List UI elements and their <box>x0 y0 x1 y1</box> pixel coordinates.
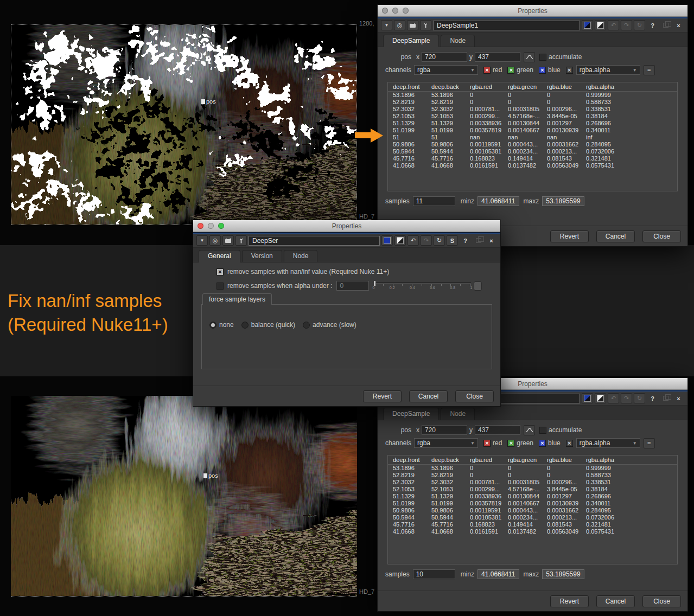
node-graph-icon[interactable] <box>222 235 234 246</box>
deep-samples-table[interactable]: deep.frontdeep.back rgba.redrgba.green r… <box>387 82 678 191</box>
table-row[interactable]: 52.821952.82190000.588733 <box>388 472 677 479</box>
alpha-under-slider[interactable]: 00.2 0.40.6 0.81 <box>373 280 471 291</box>
node-graph-icon[interactable] <box>407 20 418 30</box>
table-row[interactable]: 52.303252.30320.000781...0.000318050.000… <box>388 479 677 486</box>
samples-input[interactable] <box>413 196 455 206</box>
samples-input[interactable] <box>413 569 455 579</box>
cancel-button[interactable]: Cancel <box>596 230 635 242</box>
table-row[interactable]: 51.019951.01990.003578190.001406670.0013… <box>388 500 677 507</box>
minimize-traffic-light[interactable] <box>208 223 214 229</box>
tab-version[interactable]: Version <box>242 250 282 262</box>
dropdown-arrow-button[interactable]: ▼ <box>196 235 208 246</box>
window-titlebar[interactable]: Properties <box>378 5 687 17</box>
tab-node[interactable]: Node <box>284 250 318 262</box>
snapshot-button[interactable]: S <box>447 235 458 246</box>
tab-general[interactable]: General <box>199 250 240 262</box>
pos-y-input[interactable] <box>475 52 520 62</box>
table-row[interactable]: 41.066841.06680.01615910.01374820.005630… <box>388 162 677 169</box>
table-row[interactable]: 41.066841.06680.01615910.01374820.005630… <box>388 528 677 535</box>
blue-channel-checkbox[interactable]: × <box>539 440 546 447</box>
wrench-icon[interactable] <box>235 235 247 246</box>
table-row[interactable]: 50.980650.98060.001195910.000443...0.000… <box>388 507 677 514</box>
revert-arrow-button[interactable]: ↻ <box>634 393 645 403</box>
table-row[interactable]: 51.132951.13290.003389360.001308440.0012… <box>388 493 677 500</box>
pos-x-input[interactable] <box>422 425 467 435</box>
node-name-input[interactable] <box>433 21 580 30</box>
channels-dropdown[interactable]: rgba▼ <box>414 438 478 448</box>
table-row[interactable]: 50.980650.98060.001195910.000443...0.000… <box>388 141 677 148</box>
postage-swatch-icon[interactable] <box>394 235 406 246</box>
layer-swatch-icon[interactable] <box>381 235 393 246</box>
center-node-button[interactable]: ◎ <box>394 20 405 30</box>
node-name-input[interactable] <box>249 236 380 246</box>
pos-y-input[interactable] <box>475 425 520 435</box>
undo-button[interactable]: ↶ <box>608 20 619 30</box>
alpha-channel-checkbox[interactable]: × <box>566 440 573 447</box>
table-row[interactable]: 51.132951.13290.003389360.001308440.0012… <box>388 120 677 127</box>
alpha-channel-dropdown[interactable]: rgba.alpha▼ <box>576 65 640 75</box>
table-row[interactable]: 52.821952.82190000.588733 <box>388 99 677 106</box>
alpha-channel-checkbox[interactable]: × <box>566 67 573 74</box>
revert-arrow-button[interactable]: ↻ <box>634 20 645 30</box>
float-window-button[interactable] <box>660 20 671 30</box>
table-row[interactable]: 53.189653.18960000.999999 <box>388 92 677 99</box>
table-row[interactable]: 45.771645.77160.1688230.1494140.0815430.… <box>388 155 677 162</box>
table-row[interactable]: 52.105352.10530.000299...4.57168e-...3.8… <box>388 113 677 120</box>
viewer-image-bottom[interactable]: pos <box>11 396 357 596</box>
table-row[interactable]: 52.105352.10530.000299...4.57168e-...3.8… <box>388 486 677 493</box>
curve-icon[interactable] <box>524 52 535 62</box>
panel-close-button[interactable]: × <box>673 20 684 30</box>
revert-button[interactable]: Revert <box>550 595 589 607</box>
dropdown-arrow-button[interactable]: ▼ <box>381 20 392 30</box>
float-window-button[interactable] <box>660 393 671 403</box>
zoom-traffic-light[interactable] <box>218 223 224 229</box>
panel-close-button[interactable]: × <box>486 235 497 246</box>
help-button[interactable]: ? <box>460 235 471 246</box>
deep-samples-table[interactable]: deep.frontdeep.back rgba.redrgba.green r… <box>387 455 678 564</box>
table-row[interactable]: 53.189653.18960000.999999 <box>388 465 677 472</box>
undo-button[interactable]: ↶ <box>408 235 419 246</box>
center-node-button[interactable]: ◎ <box>209 235 221 246</box>
table-row[interactable]: 45.771645.77160.1688230.1494140.0815430.… <box>388 521 677 528</box>
layer-swatch-icon[interactable] <box>582 20 593 30</box>
radio-advance[interactable] <box>303 322 310 329</box>
help-button[interactable]: ? <box>647 393 658 403</box>
close-traffic-light[interactable] <box>382 8 388 14</box>
close-button[interactable]: Close <box>642 595 681 607</box>
table-row[interactable]: 50.594450.59440.001053810.000234...0.000… <box>388 514 677 521</box>
red-channel-checkbox[interactable]: × <box>483 440 491 447</box>
tab-deepsample[interactable]: DeepSample <box>383 35 439 47</box>
table-row[interactable]: 51.019951.01990.003578190.001406670.0013… <box>388 127 677 134</box>
tab-deepsample[interactable]: DeepSample <box>383 408 439 420</box>
radio-none[interactable] <box>209 322 217 329</box>
alpha-under-input[interactable] <box>336 281 369 291</box>
close-traffic-light[interactable] <box>198 223 203 229</box>
redo-button[interactable]: ↷ <box>421 235 432 246</box>
radio-balance[interactable] <box>241 322 249 329</box>
cancel-button[interactable]: Cancel <box>596 595 635 607</box>
redo-button[interactable]: ↷ <box>621 20 632 30</box>
accumulate-checkbox[interactable] <box>539 427 546 434</box>
curve-icon[interactable] <box>524 425 535 435</box>
revert-button[interactable]: Revert <box>363 390 402 402</box>
float-window-button[interactable] <box>473 235 484 246</box>
green-channel-checkbox[interactable]: × <box>507 440 514 447</box>
close-button[interactable]: Close <box>642 230 681 242</box>
redo-button[interactable]: ↷ <box>621 393 632 403</box>
alpha-channel-dropdown[interactable]: rgba.alpha▼ <box>576 438 640 448</box>
minimize-traffic-light[interactable] <box>392 8 398 14</box>
red-channel-checkbox[interactable]: × <box>483 67 491 74</box>
blue-channel-checkbox[interactable]: × <box>539 67 546 74</box>
remove-alpha-checkbox[interactable] <box>217 283 224 290</box>
cancel-button[interactable]: Cancel <box>409 390 448 402</box>
channels-dropdown[interactable]: rgba▼ <box>414 65 478 75</box>
wrench-icon[interactable] <box>420 20 431 30</box>
table-row[interactable]: 52.303252.30320.000781...0.000318050.000… <box>388 106 677 113</box>
green-channel-checkbox[interactable]: × <box>507 67 514 74</box>
equals-button[interactable]: = <box>644 65 655 75</box>
close-button[interactable]: Close <box>455 390 494 402</box>
tab-node[interactable]: Node <box>441 408 475 420</box>
postage-swatch-icon[interactable] <box>595 20 606 30</box>
postage-swatch-icon[interactable] <box>595 393 606 403</box>
revert-arrow-button[interactable]: ↻ <box>434 235 445 246</box>
